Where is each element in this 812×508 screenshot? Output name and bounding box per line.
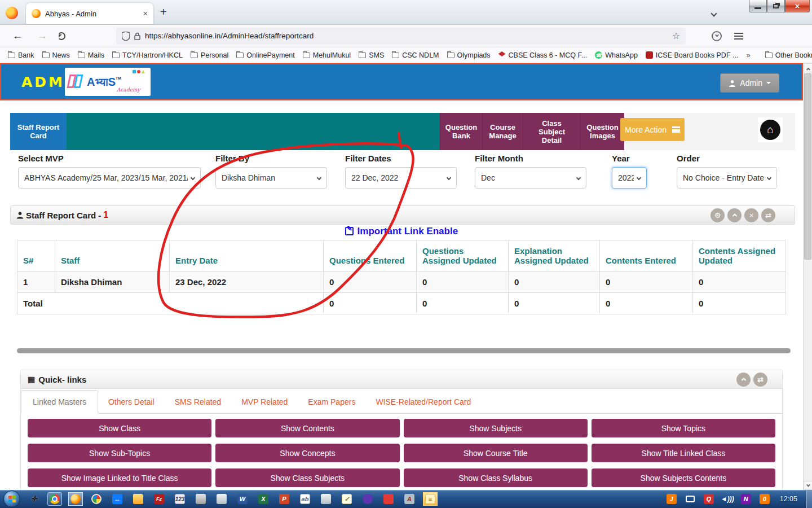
tray-onenote-icon[interactable]: N [739,492,753,506]
show-subjects-contents-button[interactable]: Show Subjects Contents [592,468,775,487]
taskbar-filezilla[interactable]: Fz [152,492,166,506]
bookmark-item[interactable]: Olympiads [447,51,491,59]
taskbar-notes[interactable]: ✓ [339,492,354,506]
taskbar-paint[interactable] [89,492,104,506]
show-class-button[interactable]: Show Class [28,419,211,437]
reload-button[interactable] [58,32,65,40]
pocket-icon[interactable] [712,31,722,41]
bookmark-item[interactable]: Mails [78,51,104,59]
taskbar-clock[interactable]: 12:05 [780,495,797,503]
collapse-icon[interactable] [727,208,742,222]
vertical-scrollbar[interactable] [803,63,812,490]
important-link-enable[interactable]: Important Link Enable [0,226,803,237]
taskbar-scanner[interactable] [214,492,229,506]
show-subjects-button[interactable]: Show Subjects [404,419,588,437]
bookmark-item[interactable]: CSC NDLM [392,51,439,59]
show-image-linked-button[interactable]: Show Image Linked to Title Class [28,468,211,487]
bookmark-item[interactable]: News [42,51,70,59]
scroll-up-icon[interactable] [804,63,812,72]
menu-hamburger-icon[interactable] [734,33,743,40]
bookmark-item[interactable]: SMS [359,51,384,59]
taskbar-notepad[interactable]: ab [298,492,312,506]
restore-button[interactable] [767,0,785,12]
lock-icon[interactable] [134,32,140,40]
taskbar-word[interactable]: W [235,492,250,506]
show-concepts-button[interactable]: Show Concepts [215,444,399,462]
bookmark-item[interactable]: Personal [191,51,228,59]
url-bar[interactable]: https://abhyasonline.in/AdminHead/staffr… [116,28,686,45]
tab-sms-related[interactable]: SMS Related [165,391,231,413]
scroll-down-icon[interactable] [804,481,812,490]
tray-badge-icon[interactable]: 0 [757,492,772,506]
taskbar-app-purple[interactable] [360,492,375,506]
bookmarks-overflow-chevron[interactable]: » [746,51,750,59]
bookmark-item-icse[interactable]: ICSE Board Books PDF ... [646,51,739,59]
filter-dates-select[interactable]: 22 Dec, 2022 [345,167,457,189]
close-button[interactable]: × [785,0,810,12]
swap-arrows-icon[interactable]: ⇄ [753,373,767,387]
bookmark-item-whatsapp[interactable]: ☎WhatsApp [595,51,638,59]
filter-by-select[interactable]: Diksha Dhiman [215,167,327,189]
taskbar-printer[interactable] [193,492,208,506]
bookmark-item[interactable]: Bank [8,51,34,59]
bookmark-star-icon[interactable]: ☆ [672,30,680,41]
show-sub-topics-button[interactable]: Show Sub-Topics [28,444,211,462]
tray-network-icon[interactable] [683,492,698,506]
home-icon[interactable]: ⌂ [760,120,780,140]
taskbar-sticky-notes-active[interactable]: ≡ [423,492,438,506]
tray-java-icon[interactable]: J [664,492,679,506]
year-select[interactable]: 2022 [612,167,647,189]
taskbar-excel[interactable]: X [256,492,271,506]
nav-item-question-images[interactable]: Question Images [580,113,624,150]
show-contents-button[interactable]: Show Contents [215,419,399,437]
back-button[interactable]: ← [10,30,25,42]
order-select[interactable]: No Choice - Entry Date (DE [677,167,777,189]
close-icon[interactable]: × [744,208,758,222]
admin-user-menu[interactable]: Admin [720,73,779,93]
show-course-title-button[interactable]: Show Course Title [404,444,588,462]
taskbar-powerpoint[interactable]: P [277,492,292,506]
bookmark-item[interactable]: MehulMukul [303,51,351,59]
horizontal-scrollbar[interactable] [17,348,791,353]
taskbar-chrome[interactable] [47,492,62,506]
filter-month-select[interactable]: Dec [475,167,586,189]
tab-close-icon[interactable]: × [143,9,148,18]
show-topics-button[interactable]: Show Topics [592,419,775,437]
tab-others-detail[interactable]: Others Detail [98,391,165,413]
swap-arrows-icon[interactable]: ⇄ [761,208,775,222]
bookmark-item[interactable]: OnlinePayment [236,51,294,59]
shield-icon[interactable] [122,32,130,41]
cell-staff-name[interactable]: Diksha Dhiman [55,271,170,293]
tab-exam-papers[interactable]: Exam Papers [298,391,365,413]
new-tab-button[interactable]: + [160,6,167,19]
taskbar-firefox[interactable] [68,492,83,506]
nav-item-class-subject-detail[interactable]: Class Subject Detail [523,113,580,150]
list-tabs-chevron-icon[interactable] [712,8,718,15]
scrollbar-thumb[interactable] [804,73,811,260]
show-class-subjects-button[interactable]: Show Class Subjects [215,468,399,487]
more-action-button[interactable]: More Action [620,118,685,141]
collapse-icon[interactable] [736,373,751,387]
tab-linked-masters[interactable]: Linked Masters [21,390,98,414]
bookmark-item-cbse[interactable]: CBSE Class 6 - MCQ F... [498,51,588,59]
show-class-syllabus-button[interactable]: Show Class Syllabus [404,468,588,487]
taskbar-explorer[interactable] [131,492,145,506]
forward-button[interactable]: → [35,30,50,42]
move-tool-icon[interactable]: ✛ [27,492,41,506]
nav-item-question-bank[interactable]: Question Bank [440,113,482,150]
taskbar-teamviewer[interactable]: ↔ [110,492,125,506]
tray-volume-icon[interactable]: ◄))) [720,492,735,506]
taskbar-calculator[interactable]: 123 [173,492,187,506]
other-bookmarks[interactable]: Other Bookmarks [765,51,812,59]
show-desktop-button[interactable] [806,490,812,508]
nav-item-staff-report-card[interactable]: Staff Report Card [10,113,67,150]
show-title-linked-class-button[interactable]: Show Title Linked Class [592,444,775,462]
minimize-button[interactable] [749,0,767,12]
nav-item-course-manage[interactable]: Course Manage [482,113,523,150]
start-button[interactable] [3,491,20,507]
tray-quickheal-icon[interactable]: Q [701,492,716,506]
bookmark-item[interactable]: TCY/Hartron/HKCL [112,51,183,59]
mvp-select[interactable]: ABHYAS Academy/25 Mar, 2023/15 Mar, 2021… [18,167,201,189]
tab-mvp-related[interactable]: MVP Related [231,391,298,413]
taskbar-app-red[interactable] [381,492,396,506]
